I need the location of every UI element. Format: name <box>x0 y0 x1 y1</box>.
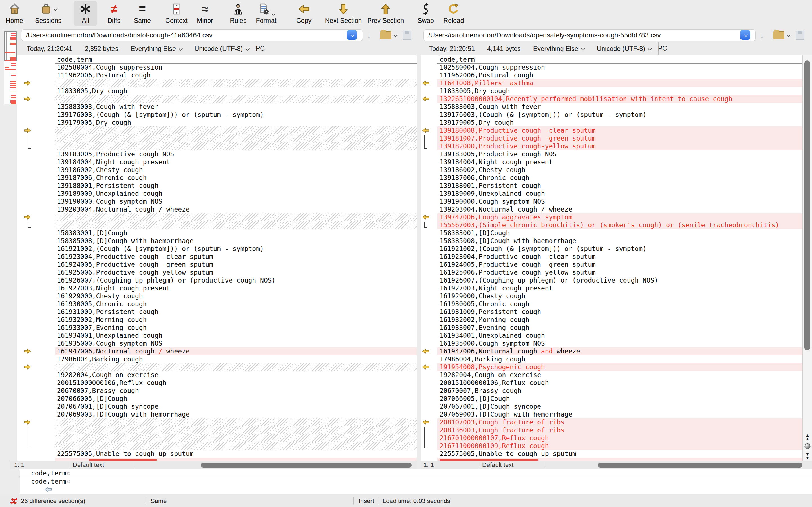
missing-lines-placeholder[interactable] <box>55 79 417 87</box>
left-encoding-dropdown[interactable]: Unicode (UTF-8) <box>195 45 249 53</box>
missing-lines-placeholder[interactable] <box>55 142 417 150</box>
current-diff-indicator[interactable] <box>805 443 811 449</box>
inserted-line[interactable]: 216711000000109,Reflux cough <box>437 442 802 450</box>
right-format-dropdown[interactable]: Everything Else <box>533 45 585 53</box>
inserted-line[interactable]: 208107003,Cough fracture of ribs <box>437 418 802 426</box>
missing-lines-placeholder[interactable] <box>55 426 417 434</box>
copy-section-arrow-right[interactable] <box>24 348 31 356</box>
right-line-detail-pane[interactable]: code,term¤ <box>20 477 812 495</box>
missing-lines-placeholder[interactable] <box>55 213 417 221</box>
text-line[interactable]: 161927003,Night cough present <box>55 284 417 292</box>
text-line[interactable]: 161931009,Persistent cough <box>437 308 802 316</box>
inserted-line[interactable]: 139182000,Productive cough-yellow sputum <box>437 142 802 150</box>
text-line[interactable]: 161934001,Unexplained cough <box>437 332 802 339</box>
left-save-button[interactable] <box>403 30 411 41</box>
text-line[interactable]: 161929000,Chesty cough <box>55 292 417 300</box>
right-encoding-dropdown[interactable]: Unicode (UTF-8) <box>597 45 651 53</box>
copy-section-arrow-right[interactable] <box>24 80 31 88</box>
text-line[interactable]: 139187006,Chronic cough <box>437 174 802 182</box>
text-line[interactable]: 158385008,[D]Cough with haemorrhage <box>437 237 802 245</box>
missing-lines-placeholder[interactable] <box>55 434 417 442</box>
text-line[interactable]: 207069003,[D]Cough with hemorrhage <box>437 410 802 418</box>
next-diff-scroll-button[interactable]: ▼▼ <box>803 452 812 460</box>
text-line[interactable]: 207066005,[D]Cough <box>437 395 802 402</box>
copy-section-arrow-right[interactable] <box>24 364 31 372</box>
sessions-button[interactable]: Sessions <box>35 2 61 24</box>
text-line[interactable]: 139190000,Cough symptom NOS <box>437 198 802 205</box>
text-line[interactable]: 139176003,(Cough (& [symptom])) or (sput… <box>437 111 802 119</box>
copy-section-arrow-left[interactable] <box>422 419 429 427</box>
copy-section-arrow-left[interactable] <box>422 364 429 372</box>
right-path-dropdown-button[interactable] <box>740 30 750 40</box>
inserted-line[interactable]: 11641008,Millers' asthma <box>437 79 802 87</box>
text-line[interactable]: 161923004,Productive cough -clear sputum <box>55 252 417 261</box>
filter-context-button[interactable]: Context <box>165 2 188 24</box>
text-line[interactable]: 158383001,[D]Cough <box>437 229 802 237</box>
right-copy-path-icon[interactable]: ↓ <box>760 30 764 41</box>
text-line[interactable]: 200151000000106,Reflux cough <box>437 379 802 387</box>
copy-section-arrow-right[interactable] <box>24 96 31 103</box>
scrollbar-thumb[interactable] <box>804 60 810 350</box>
text-line[interactable]: 161923004,Productive cough -clear sputum <box>437 252 802 261</box>
text-line[interactable]: 135883003,Cough with fever <box>55 103 417 111</box>
text-line[interactable]: 20670007,Brassy cough <box>437 387 802 395</box>
inserted-line[interactable]: 139747006,Cough aggravates symptom <box>437 213 802 221</box>
left-horizontal-scrollbar[interactable] <box>201 463 412 467</box>
right-horizontal-scrollbar[interactable] <box>598 463 802 467</box>
text-line[interactable]: 139184004,Night cough present <box>437 158 802 166</box>
text-line[interactable]: 161921002,(Cough (& [symptom])) or (sput… <box>55 245 417 252</box>
copy-section-arrow-left[interactable] <box>422 348 429 356</box>
copy-section-arrow-right[interactable] <box>24 419 31 427</box>
filter-all-button[interactable]: All <box>73 1 97 26</box>
format-button[interactable]: Format <box>256 2 276 24</box>
missing-lines-placeholder[interactable] <box>55 363 417 371</box>
missing-lines-placeholder[interactable] <box>55 95 417 103</box>
text-line[interactable]: 161924005,Productive cough -green sputum <box>437 261 802 269</box>
text-line[interactable]: 139186002,Chesty cough <box>55 166 417 174</box>
copy-section-arrow-left[interactable] <box>422 214 429 222</box>
text-line[interactable]: 158383001,[D]Cough <box>55 229 417 237</box>
left-file-path-input[interactable]: /Users/carolinemorton/Downloads/bristol-… <box>21 29 363 41</box>
left-line-detail-pane[interactable]: code,term¤ <box>20 469 812 477</box>
text-line[interactable]: 225575005,Unable to cough up sputum <box>437 450 802 458</box>
inserted-line[interactable]: 155567003,(Simple chronic bronchitis) or… <box>437 221 802 229</box>
text-line[interactable]: 11833005,Dry cough <box>55 87 417 95</box>
text-line[interactable]: 161925006,Productive cough-yellow sputum <box>55 269 417 276</box>
text-line[interactable]: 161921002,(Cough (& [symptom])) or (sput… <box>437 245 802 252</box>
text-line[interactable]: 161935000,Cough symptom NOS <box>437 339 802 347</box>
home-button[interactable]: Home <box>6 2 23 24</box>
text-line[interactable]: code,term <box>55 55 417 64</box>
copy-section-arrow-right[interactable] <box>24 214 31 222</box>
text-line[interactable]: code,term <box>437 55 802 64</box>
left-browse-folder-button[interactable] <box>380 30 397 41</box>
text-line[interactable]: 139186002,Chesty cough <box>437 166 802 174</box>
text-line[interactable]: 207067001,[D]Cough syncope <box>55 402 417 410</box>
next-section-button[interactable]: Next Section <box>325 2 362 24</box>
text-line[interactable]: 19282004,Cough on exercise <box>55 371 417 379</box>
text-line[interactable]: 161932002,Morning cough <box>55 316 417 324</box>
text-line[interactable]: 161930005,Chronic cough <box>55 300 417 308</box>
right-save-button[interactable] <box>796 30 804 41</box>
changed-line[interactable]: 161947006,Nocturnal cough / wheeze <box>55 347 417 355</box>
copy-section-arrow-right[interactable] <box>24 127 31 135</box>
inserted-line[interactable]: 191954008,Psychogenic cough <box>437 363 802 371</box>
copy-section-arrow-left[interactable] <box>422 96 429 103</box>
reload-button[interactable]: Reload <box>444 2 464 24</box>
prev-diff-scroll-button[interactable]: ▲▲ <box>803 433 812 441</box>
text-line[interactable]: 207066005,[D]Cough <box>55 395 417 402</box>
text-line[interactable]: 19282004,Cough on exercise <box>437 371 802 379</box>
text-line[interactable]: 139203004,Nocturnal cough / wheeze <box>55 205 417 213</box>
filter-same-button[interactable]: = Same <box>134 2 151 24</box>
text-line[interactable]: 102580004,Cough suppression <box>437 63 802 71</box>
text-line[interactable]: 102580004,Cough suppression <box>55 63 417 71</box>
right-browse-folder-button[interactable] <box>773 30 790 41</box>
text-line[interactable]: 139176003,(Cough (& [symptom])) or (sput… <box>55 111 417 119</box>
text-line[interactable]: 207067001,[D]Cough syncope <box>437 402 802 410</box>
text-line[interactable]: 139190000,Cough symptom NOS <box>55 198 417 205</box>
text-line[interactable]: 139187006,Chronic cough <box>55 174 417 182</box>
text-line[interactable]: 161932002,Morning cough <box>437 316 802 324</box>
text-line[interactable]: 161929000,Chesty cough <box>437 292 802 300</box>
right-file-path-input[interactable]: /Users/carolinemorton/Downloads/opensafe… <box>423 29 756 41</box>
copy-section-arrow-left[interactable] <box>422 80 429 88</box>
prev-section-button[interactable]: Prev Section <box>367 2 404 24</box>
